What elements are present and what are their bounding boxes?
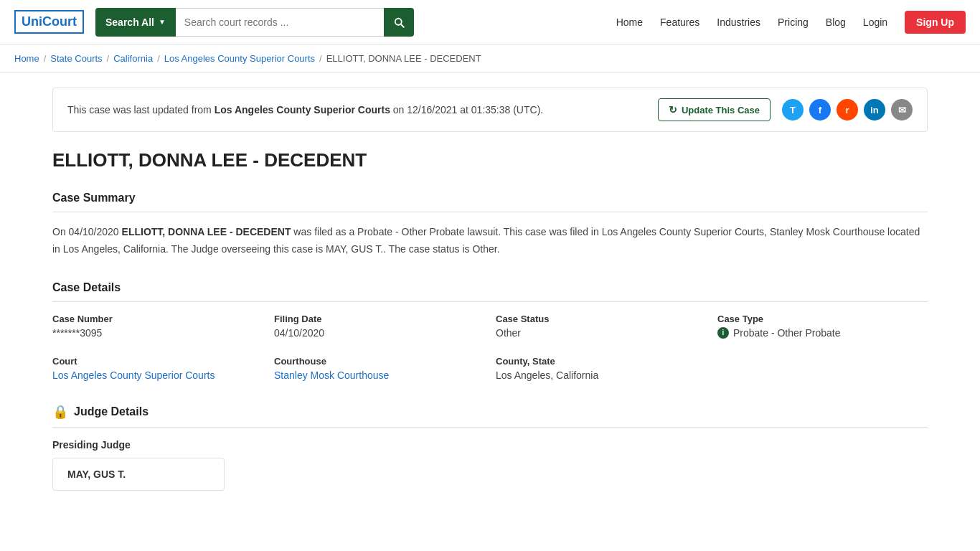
summary-prefix: On bbox=[52, 226, 69, 237]
courthouse-item: Courthouse Stanley Mosk Courthouse bbox=[274, 356, 484, 381]
logo[interactable]: UniCourt bbox=[14, 10, 84, 34]
judge-section-label: Judge Details bbox=[74, 405, 149, 418]
update-text-prefix: This case was last updated from bbox=[67, 104, 215, 116]
court-label: Court bbox=[52, 356, 263, 367]
main-nav: Home Features Industries Pricing Blog Lo… bbox=[616, 11, 966, 34]
county-state-label: County, State bbox=[496, 356, 706, 367]
court-link[interactable]: Los Angeles County Superior Courts bbox=[52, 369, 215, 381]
search-input[interactable] bbox=[176, 8, 384, 37]
breadcrumb-sep-2: / bbox=[107, 53, 110, 64]
courthouse-value: Stanley Mosk Courthouse bbox=[274, 369, 484, 381]
summary-date: 04/10/2020 bbox=[69, 226, 119, 237]
breadcrumb-la-courts[interactable]: Los Angeles County Superior Courts bbox=[164, 53, 315, 64]
case-type-wrap: i Probate - Other Probate bbox=[717, 327, 928, 339]
social-share-icons: T f r in ✉ bbox=[782, 99, 913, 121]
breadcrumb-home[interactable]: Home bbox=[14, 53, 39, 64]
courthouse-link[interactable]: Stanley Mosk Courthouse bbox=[274, 369, 389, 381]
lock-icon: 🔒 bbox=[52, 404, 68, 420]
search-area: Search All ▼ bbox=[95, 8, 414, 37]
breadcrumb-current: ELLIOTT, DONNA LEE - DECEDENT bbox=[326, 53, 481, 64]
refresh-icon: ↻ bbox=[669, 104, 677, 116]
signup-button[interactable]: Sign Up bbox=[905, 11, 966, 34]
filing-date-item: Filing Date 04/10/2020 bbox=[274, 314, 484, 339]
case-type-item: Case Type i Probate - Other Probate bbox=[717, 314, 928, 339]
search-all-label: Search All bbox=[105, 17, 154, 28]
update-notice-right: ↻ Update This Case T f r in ✉ bbox=[658, 98, 913, 121]
breadcrumb: Home / State Courts / California / Los A… bbox=[0, 44, 980, 73]
facebook-share-icon[interactable]: f bbox=[809, 99, 831, 121]
judge-name: MAY, GUS T. bbox=[67, 468, 209, 480]
case-type-value: i Probate - Other Probate bbox=[717, 327, 928, 339]
email-share-icon[interactable]: ✉ bbox=[891, 99, 913, 121]
update-notice: This case was last updated from Los Ange… bbox=[52, 88, 928, 132]
breadcrumb-sep-4: / bbox=[319, 53, 322, 64]
breadcrumb-sep-1: / bbox=[44, 53, 47, 64]
case-summary-section: Case Summary On 04/10/2020 ELLIOTT, DONN… bbox=[52, 192, 928, 258]
update-court-name: Los Angeles County Superior Courts bbox=[215, 104, 390, 116]
case-number-label: Case Number bbox=[52, 314, 263, 324]
summary-case-name: ELLIOTT, DONNA LEE - DECEDENT bbox=[122, 226, 291, 237]
linkedin-share-icon[interactable]: in bbox=[864, 99, 885, 121]
presiding-judge-label: Presiding Judge bbox=[52, 439, 928, 451]
breadcrumb-sep-3: / bbox=[157, 53, 160, 64]
breadcrumb-california[interactable]: California bbox=[113, 53, 153, 64]
county-state-item: County, State Los Angeles, California bbox=[496, 356, 706, 381]
county-state-value: Los Angeles, California bbox=[496, 369, 706, 381]
filing-date-label: Filing Date bbox=[274, 314, 484, 324]
nav-pricing[interactable]: Pricing bbox=[778, 17, 809, 28]
info-icon: i bbox=[717, 327, 729, 339]
header: UniCourt Search All ▼ Home Features Indu… bbox=[0, 0, 980, 44]
case-summary-text: On 04/10/2020 ELLIOTT, DONNA LEE - DECED… bbox=[52, 224, 928, 258]
court-value: Los Angeles County Superior Courts bbox=[52, 369, 263, 381]
logo-text: UniCourt bbox=[14, 10, 84, 34]
judge-details-section: 🔒 Judge Details Presiding Judge MAY, GUS… bbox=[52, 404, 928, 491]
judge-section-title: 🔒 Judge Details bbox=[52, 404, 928, 428]
case-type-label: Case Type bbox=[717, 314, 928, 324]
case-title: ELLIOTT, DONNA LEE - DECEDENT bbox=[52, 149, 928, 171]
case-type-text: Probate - Other Probate bbox=[733, 327, 840, 339]
case-status-item: Case Status Other bbox=[496, 314, 706, 339]
nav-login[interactable]: Login bbox=[863, 17, 887, 28]
case-number-value: *******3095 bbox=[52, 327, 263, 339]
main-content: This case was last updated from Los Ange… bbox=[38, 73, 942, 528]
case-number-item: Case Number *******3095 bbox=[52, 314, 263, 339]
update-button-label: Update This Case bbox=[682, 105, 760, 116]
case-details-section: Case Details Case Number *******3095 Fil… bbox=[52, 281, 928, 381]
nav-features[interactable]: Features bbox=[660, 17, 699, 28]
update-this-case-button[interactable]: ↻ Update This Case bbox=[658, 98, 771, 121]
filing-date-value: 04/10/2020 bbox=[274, 327, 484, 339]
search-icon bbox=[392, 16, 405, 29]
details-grid: Case Number *******3095 Filing Date 04/1… bbox=[52, 314, 928, 381]
search-submit-button[interactable] bbox=[384, 8, 414, 37]
nav-blog[interactable]: Blog bbox=[826, 17, 846, 28]
nav-industries[interactable]: Industries bbox=[717, 17, 760, 28]
nav-home[interactable]: Home bbox=[616, 17, 643, 28]
case-status-label: Case Status bbox=[496, 314, 706, 324]
case-status-value: Other bbox=[496, 327, 706, 339]
case-details-title: Case Details bbox=[52, 281, 928, 302]
twitter-share-icon[interactable]: T bbox=[782, 99, 804, 121]
court-item: Court Los Angeles County Superior Courts bbox=[52, 356, 263, 381]
update-text-suffix: on 12/16/2021 at 01:35:38 (UTC). bbox=[390, 104, 543, 116]
chevron-down-icon: ▼ bbox=[159, 18, 166, 26]
reddit-share-icon[interactable]: r bbox=[837, 99, 858, 121]
search-all-button[interactable]: Search All ▼ bbox=[95, 8, 176, 37]
courthouse-label: Courthouse bbox=[274, 356, 484, 367]
case-summary-title: Case Summary bbox=[52, 192, 928, 212]
breadcrumb-state-courts[interactable]: State Courts bbox=[50, 53, 102, 64]
update-notice-text: This case was last updated from Los Ange… bbox=[67, 104, 658, 116]
judge-card: MAY, GUS T. bbox=[52, 458, 225, 491]
